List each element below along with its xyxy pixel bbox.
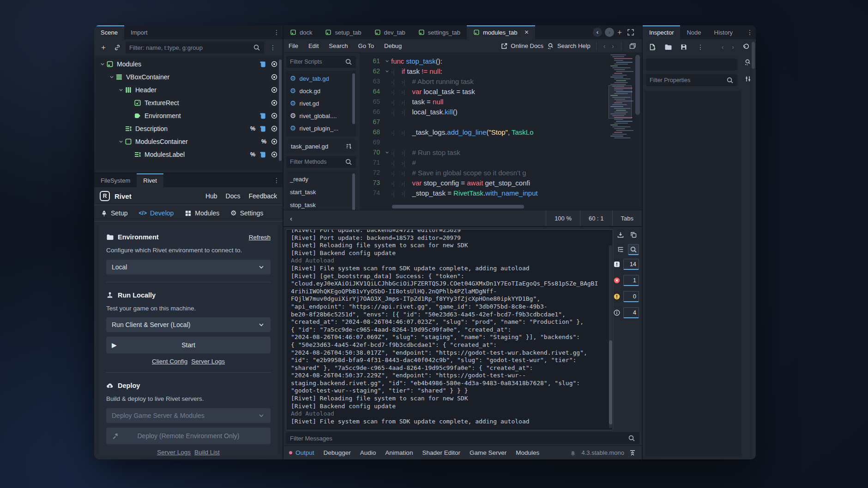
code-editor[interactable]: 61 func stop_task(): 62 ›|if task != nul… [360,53,642,210]
method-list-item[interactable]: _ready [286,173,356,185]
methods-list-scrollbar[interactable] [352,173,355,215]
collapse-arrow-icon[interactable] [108,74,115,80]
method-list-item[interactable]: start_task [286,185,356,198]
eye-icon[interactable] [271,99,278,107]
run-mode-select[interactable]: Run Client & Server (Local) [106,317,271,332]
dock-menu-button[interactable]: ⋮ [271,173,283,187]
link-build-list[interactable]: Build List [194,449,220,456]
code-line[interactable]: 63 ›|›|# Abort running task [360,76,642,86]
scene-filter-input[interactable]: Filter: name, t:type, g:group [126,42,264,54]
scene-tab-import[interactable]: Import [124,25,154,39]
script-list-item[interactable]: ⚙ rivet_global.... [286,110,356,122]
save-log-button[interactable] [615,229,626,240]
collapse-arrow-icon[interactable] [117,139,125,144]
output-filter-message-count-icon[interactable]: 14 [613,259,639,270]
rivet-link-feedback[interactable]: Feedback [249,192,277,200]
eye-icon[interactable] [271,125,278,132]
scripts-list-scrollbar[interactable] [352,73,355,124]
dock-tab-filesystem[interactable]: FileSystem [94,173,137,187]
history-back-button[interactable]: ‹ [602,42,607,50]
inspector-back-button[interactable]: ‹ [720,43,725,51]
menu-go-to[interactable]: Go To [353,42,379,49]
filter-messages-input[interactable]: Filter Messages [286,432,639,444]
refresh-link[interactable]: Refresh [249,234,271,241]
rivet-nav-settings[interactable]: ⚙Settings [230,209,263,217]
script-badge-icon[interactable] [259,113,266,119]
sort-scripts-button[interactable] [344,141,354,151]
menu-edit[interactable]: Edit [303,42,324,49]
deploy-button[interactable]: Deploy (Remote Environment Only) [106,428,271,444]
scene-tree-scrollbar[interactable] [279,60,282,161]
collapse-arrow-icon[interactable] [99,61,106,67]
menu-file[interactable]: File [283,42,303,49]
search-help-button[interactable]: Search Help [547,42,591,50]
filter-scripts-input[interactable]: Filter Scripts [286,56,356,68]
online-docs-button[interactable]: Online Docs [500,42,543,50]
deploy-target-select[interactable]: Deploy Game Server & Modules [106,408,271,423]
script-panel-toggle-button[interactable] [627,41,638,52]
scene-tree-row[interactable]: Modules [94,58,283,71]
expand-editor-button[interactable] [625,27,636,38]
tab-forward-button[interactable]: › [605,28,614,37]
bottom-tab-modules[interactable]: Modules [516,449,539,456]
bottom-tab-animation[interactable]: Animation [385,449,413,456]
fold-arrow-icon[interactable] [383,69,391,74]
start-button[interactable]: ▶ Start [106,337,271,353]
scene-tree-row[interactable]: TextureRect [94,96,283,109]
script-badge-icon[interactable] [259,61,266,68]
eye-icon[interactable] [271,86,278,94]
inspector-tab-node[interactable]: Node [680,25,707,39]
eye-icon[interactable] [271,60,278,68]
load-resource-button[interactable] [663,42,673,52]
eye-icon[interactable] [271,138,278,145]
cursor-position[interactable]: 60 : 1 [580,210,612,226]
link-server-logs[interactable]: Server Logs [191,358,225,365]
tab-back-button[interactable]: ‹ [593,28,602,37]
search-docs-icon[interactable] [744,59,752,68]
inspector-menu-button[interactable]: ⋮ [744,25,756,39]
add-node-button[interactable]: ＋ [98,42,109,53]
save-resource-button[interactable] [679,42,689,52]
scene-tab-scene[interactable]: Scene [94,25,124,39]
output-scrollbar[interactable] [609,245,612,428]
script-tab-settings_tab[interactable]: settings_tab [412,25,467,39]
show-search-button[interactable] [628,244,639,255]
output-log[interactable]: [Rivet] Port update: backend=24721 edito… [286,229,613,430]
bottom-tab-output[interactable]: Output [289,449,314,456]
code-line[interactable]: 61 func stop_task(): [360,56,642,66]
code-line[interactable]: 68 ›|›|_task_logs.add_log_line("Stop", T… [360,127,642,137]
property-tools-icon[interactable] [744,75,752,84]
script-badge-icon[interactable] [259,151,266,158]
script-list-item[interactable]: ⚙ rivet_plugin_... [286,122,356,135]
new-resource-button[interactable] [647,42,657,52]
history-forward-button[interactable]: › [610,42,615,50]
code-line[interactable]: 73 ›|›|var stop_config = await get_stop_… [360,178,642,188]
unique-name-badge[interactable]: % [261,138,266,145]
menu-search[interactable]: Search [324,42,353,49]
script-tab-dev_tab[interactable]: dev_tab [368,25,412,39]
filter-methods-input[interactable]: Filter Methods [286,156,356,168]
eye-icon[interactable] [271,73,278,81]
scene-tree-row[interactable]: Header [94,83,283,96]
unique-name-badge[interactable]: % [250,125,255,132]
script-list-item[interactable]: ⚙ rivet.gd [286,97,356,110]
code-line[interactable]: 74 ›|›|_stop_task = RivetTask.with_name_… [360,188,642,198]
inspector-forward-button[interactable]: › [730,43,735,51]
toggle-scripts-panel-button[interactable]: ‹ [283,214,299,222]
minimap-viewport[interactable] [609,85,632,119]
filter-properties-input[interactable]: Filter Properties [646,74,737,86]
scene-filter-menu-button[interactable]: ⋮ [267,44,279,51]
eye-icon[interactable] [271,151,278,158]
code-line[interactable]: 66 ›|›|local_task.kill() [360,107,642,117]
current-script-row[interactable]: task_panel.gd [286,139,356,153]
copy-log-button[interactable] [628,229,639,240]
code-line[interactable]: 65 ›|›|task = null [360,96,642,107]
code-line[interactable]: 69 [360,137,642,147]
rivet-nav-modules[interactable]: Modules [185,209,219,217]
code-line[interactable]: 67 [360,117,642,127]
instance-scene-button[interactable] [112,42,123,53]
expand-bottom-panel-icon[interactable] [629,449,636,457]
close-tab-icon[interactable]: ✕ [524,29,529,36]
dock-tab-rivet[interactable]: Rivet [137,173,163,187]
resource-name-field[interactable] [646,59,737,71]
